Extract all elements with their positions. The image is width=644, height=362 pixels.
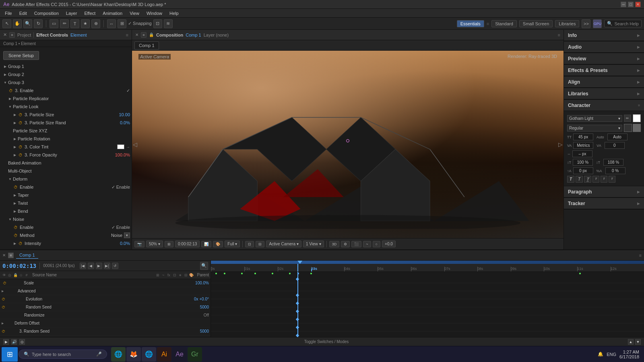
- fill-color-box[interactable]: [633, 124, 641, 132]
- workspace-libraries[interactable]: Libraries: [555, 20, 579, 27]
- text-super-btn[interactable]: T: [601, 176, 607, 183]
- character-header[interactable]: Character ≡: [564, 100, 644, 111]
- tree-particle-size[interactable]: ⏱ 3. Particle Size 10.00: [0, 111, 132, 119]
- tool-zoom[interactable]: 🔍: [23, 19, 32, 28]
- tl-effect-icon[interactable]: 🎨: [189, 273, 194, 278]
- viewer-menu-icon[interactable]: ≡: [141, 32, 147, 38]
- tl-loop-btn[interactable]: ↺: [112, 263, 118, 269]
- tl-blend-icon[interactable]: ⊡: [172, 273, 177, 278]
- viewer-zoom-btn[interactable]: 50% ▾: [146, 241, 163, 247]
- taskbar-chrome2-app[interactable]: 🌐: [142, 347, 156, 362]
- tl-lock-icon[interactable]: 🔒: [13, 273, 18, 278]
- tool-extra1[interactable]: ⊡: [153, 19, 162, 28]
- tl-up-icon[interactable]: ▲: [628, 339, 634, 345]
- tl-solo-icon[interactable]: ◎: [7, 273, 12, 278]
- tree-group3[interactable]: Group 3: [0, 78, 132, 86]
- taskbar-ae-app[interactable]: Ae: [172, 347, 187, 362]
- tl-audio-icon[interactable]: 🔊: [11, 339, 17, 345]
- menu-view[interactable]: View: [126, 10, 142, 16]
- menu-effect[interactable]: Effect: [81, 10, 99, 16]
- tl-start-btn[interactable]: |◀: [80, 263, 86, 269]
- tl-video-icon[interactable]: ▶: [3, 339, 9, 345]
- tl-solo-icon[interactable]: ◎: [19, 339, 25, 345]
- workspace-small[interactable]: Small Screen: [519, 20, 553, 27]
- tracker-header[interactable]: Tracker ▶: [564, 198, 644, 209]
- libraries-header[interactable]: Libraries ▶: [564, 88, 644, 99]
- tl-switches-icon[interactable]: ⊞: [155, 273, 160, 278]
- font-edit-icon[interactable]: ✏: [624, 115, 631, 122]
- tree-particle-size-rand[interactable]: ⏱ 3. Particle Size Rand 0.0%: [0, 119, 132, 127]
- tool-text[interactable]: T: [70, 19, 79, 28]
- taskbar-notifications-icon[interactable]: 🔔: [598, 352, 603, 357]
- viewer-3d-draft-btn[interactable]: ○: [373, 241, 380, 247]
- tree-bend[interactable]: Bend: [0, 207, 132, 215]
- tool-snap[interactable]: ⊞: [118, 19, 126, 28]
- toggle-switches-label[interactable]: Toggle Switches / Modes: [28, 339, 625, 344]
- taskbar-ai-app[interactable]: Ai: [157, 347, 171, 362]
- metrics-input[interactable]: Metrics: [573, 142, 593, 149]
- tree-group1[interactable]: Group 1: [0, 62, 132, 70]
- panel-menu-icon[interactable]: ≡: [9, 32, 15, 38]
- search-box[interactable]: 🔍 Search Help: [604, 20, 642, 27]
- font-color-box[interactable]: [633, 114, 641, 122]
- tool-rotate[interactable]: ↻: [34, 19, 43, 28]
- stroke-color-box[interactable]: [624, 124, 632, 132]
- tree-particle-size-xyz[interactable]: Particle Size XYZ: [0, 127, 132, 135]
- character-options-icon[interactable]: ≡: [638, 103, 640, 107]
- viewer-motion-btn[interactable]: ~: [363, 241, 371, 247]
- tl-shy-icon[interactable]: ☺: [19, 273, 23, 278]
- effects-header[interactable]: Effects & Presets ▶: [564, 65, 644, 76]
- viewer-camera-btn[interactable]: Active Camera ▾: [266, 241, 301, 247]
- tl-down-icon[interactable]: ▼: [635, 339, 641, 345]
- tool-select[interactable]: ↖: [2, 19, 11, 28]
- font-select[interactable]: Gotham Light ▾: [567, 115, 622, 122]
- tool-align[interactable]: ↔: [107, 19, 116, 28]
- viewer-ram-btn[interactable]: 📊: [201, 241, 211, 247]
- tool-pen[interactable]: ✏: [60, 19, 69, 28]
- leading-input[interactable]: 108 %: [603, 159, 623, 166]
- scene-setup-button[interactable]: Scene Setup: [3, 51, 39, 60]
- viewer-lock-icon[interactable]: 🔒: [149, 33, 154, 37]
- close-btn[interactable]: ✕: [635, 2, 641, 7]
- viewer-grid-btn[interactable]: ⊡: [245, 241, 254, 247]
- menu-edit[interactable]: Edit: [16, 10, 30, 16]
- tool-extra2[interactable]: ≋: [164, 19, 173, 28]
- viewer-guides-btn[interactable]: ⊟: [256, 241, 264, 247]
- timeline-tab-comp1[interactable]: Comp 1: [16, 252, 38, 259]
- tl-search-btn[interactable]: 🔍: [200, 262, 208, 270]
- timeline-options-icon[interactable]: ≡: [639, 253, 642, 258]
- close-icon[interactable]: ✕: [135, 33, 138, 37]
- tl-collapse-icon[interactable]: #: [24, 273, 29, 278]
- timeline-menu-icon[interactable]: ≡: [8, 253, 14, 258]
- tree-twist[interactable]: Twist: [0, 199, 132, 207]
- viewer-options-icon[interactable]: ≡: [558, 33, 560, 37]
- workspace-standard[interactable]: Standard: [491, 20, 517, 27]
- tool-rect[interactable]: ▭: [50, 19, 58, 28]
- taskbar-gr-app[interactable]: Gr: [188, 347, 202, 362]
- menu-layer[interactable]: Layer: [63, 10, 80, 16]
- viewer-mask-btn[interactable]: ⬛: [351, 241, 361, 247]
- align-header[interactable]: Align ▶: [564, 76, 644, 88]
- font-size-input[interactable]: 45 px: [573, 134, 593, 140]
- tree-taper[interactable]: Taper: [0, 191, 132, 199]
- view-dropdown[interactable]: ▾: [319, 242, 321, 246]
- tl-render-icon[interactable]: ⊟: [184, 273, 188, 278]
- panel-options-icon[interactable]: ≡: [126, 33, 128, 37]
- size2-input[interactable]: 100 %: [573, 159, 593, 166]
- tree-particle-rotation[interactable]: Particle Rotation: [0, 135, 132, 143]
- text-italic-btn[interactable]: T: [576, 176, 583, 183]
- tl-layer-scale[interactable]: ⏱ Scale 100.0%: [0, 279, 211, 287]
- preview-header[interactable]: Preview ▶: [564, 53, 644, 64]
- viewer-snapshot-btn[interactable]: 📷: [134, 241, 144, 247]
- tl-layer-advanced[interactable]: ▶ Advanced: [0, 287, 211, 295]
- taskbar-firefox-app[interactable]: 🦊: [126, 347, 141, 362]
- text-smallcaps-btn[interactable]: T: [592, 176, 599, 183]
- menu-composition[interactable]: Composition: [31, 10, 62, 16]
- close-icon[interactable]: ✕: [3, 32, 7, 37]
- viewer-fit-btn[interactable]: ⊞: [165, 241, 173, 247]
- tsf-input[interactable]: 0 %: [605, 167, 625, 174]
- tool-shape[interactable]: ★: [81, 19, 90, 28]
- viewer-3d-btn[interactable]: 3D: [329, 241, 340, 247]
- tab-project[interactable]: Project: [17, 33, 31, 37]
- viewer-render-btn[interactable]: ⚙: [341, 241, 350, 247]
